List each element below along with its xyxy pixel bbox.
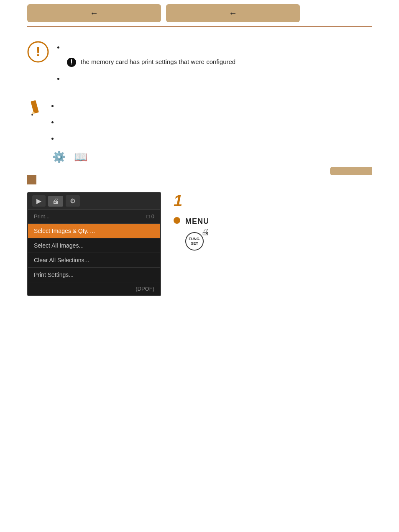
caution-bullets-2 (56, 72, 235, 85)
back-button-2[interactable]: ← (166, 4, 300, 22)
print-label: Print... (34, 213, 50, 220)
top-nav: ← ← (0, 0, 399, 26)
main-content: ! ! the memory card has print settings t… (0, 27, 399, 296)
camera-menu-item-2[interactable]: Clear All Selections... (28, 253, 160, 268)
caution-bullet-1 (64, 40, 235, 54)
back-button-1[interactable]: ← (27, 4, 161, 22)
cam-tab-print[interactable]: 🖨 (48, 196, 63, 207)
step-1-section: ▶ 🖨 ⚙ Print... □ 0 Select Images & Qty. … (27, 192, 372, 296)
icon-row: ⚙️ 📖 (27, 151, 372, 164)
camera-menu-footer: (DPOF) (28, 282, 160, 295)
next-btn-area (27, 167, 372, 175)
caution-bullet-2 (64, 72, 235, 85)
func-set-icon: 🖨 FUNC.SET (185, 232, 205, 252)
step-bullet: MENU (174, 216, 372, 227)
camera-menu-item-0[interactable]: Select Images & Qty. ... (28, 224, 160, 238)
sub-bullet-area: ! the memory card has print settings tha… (66, 56, 235, 67)
book-icon: 📖 (74, 151, 87, 164)
print-value: □ 0 (146, 213, 154, 220)
orange-dot (174, 217, 180, 224)
print-icon: 🖨 (201, 227, 210, 237)
step-number: 1 (174, 192, 372, 210)
sub-warning-item: ! the memory card has print settings tha… (66, 56, 235, 67)
pencil-icon (27, 99, 43, 118)
camera-menu-header: Print... □ 0 (28, 210, 160, 224)
caution-icon: ! (27, 41, 49, 63)
camera-menu-item-1[interactable]: Select All Images... (28, 238, 160, 253)
step-instruction: MENU (185, 216, 209, 227)
section-divider (27, 93, 372, 93)
svg-text:!: ! (70, 59, 72, 66)
next-button[interactable] (330, 167, 372, 175)
camera-menu-screenshot: ▶ 🖨 ⚙ Print... □ 0 Select Images & Qty. … (27, 192, 161, 296)
black-warning-icon: ! (66, 57, 77, 67)
svg-rect-4 (31, 100, 39, 114)
note-bullets (51, 97, 58, 146)
caution-bullets (56, 40, 235, 54)
note-content (51, 97, 58, 146)
menu-label: MENU (185, 217, 209, 225)
small-square-decoration (27, 175, 36, 184)
step-1-content: 1 MENU 🖨 FUNC.SET (174, 192, 372, 252)
func-set-area: 🖨 FUNC.SET (185, 232, 372, 252)
caution-section: ! ! the memory card has print settings t… (27, 40, 372, 85)
camera-menu-tabs: ▶ 🖨 ⚙ (28, 193, 160, 210)
camera-menu-item-3[interactable]: Print Settings... (28, 268, 160, 282)
wrench-icon: ⚙️ (52, 151, 66, 164)
sub-warning-text: the memory card has print settings that … (81, 56, 235, 67)
cam-tab-playback[interactable]: ▶ (32, 195, 46, 207)
svg-text:!: ! (36, 44, 41, 59)
cam-tab-settings[interactable]: ⚙ (66, 195, 80, 207)
note-section (27, 97, 372, 146)
caution-content: ! the memory card has print settings tha… (56, 40, 235, 85)
